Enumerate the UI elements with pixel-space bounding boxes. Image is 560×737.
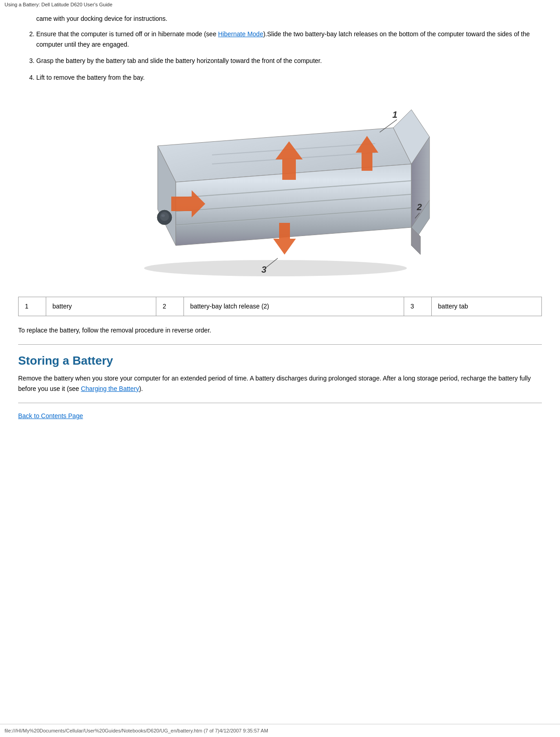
back-to-contents-link[interactable]: Back to Contents Page [18,412,542,419]
table-cell-num3: 3 [404,297,432,316]
table-cell-num1: 1 [19,297,46,316]
list-item-3-text: Grasp the battery by the battery tab and… [36,57,322,64]
list-item-4-text: Lift to remove the battery from the bay. [36,74,145,81]
battery-illustration: 1 2 3 [121,92,439,286]
storing-section-text: Remove the battery when you store your c… [18,373,542,394]
svg-text:3: 3 [261,265,266,275]
storing-section-heading: Storing a Battery [18,354,542,368]
table-cell-num2: 2 [156,297,183,316]
page-title-bar: Using a Battery: Dell Latitude D620 User… [0,0,560,9]
section-divider-1 [18,344,542,345]
charging-battery-link[interactable]: Charging the Battery [81,385,139,392]
table-cell-label2: battery-bay latch release (2) [183,297,404,316]
table-cell-label3: battery tab [431,297,541,316]
battery-image-container: 1 2 3 [18,92,542,288]
hibernate-mode-link[interactable]: Hibernate Mode [218,30,263,38]
svg-text:1: 1 [392,110,397,120]
svg-point-16 [161,214,165,217]
footer-text: file:///HI/My%20Documents/Cellular/User%… [5,728,268,733]
table-cell-label1: battery [46,297,156,316]
section-divider-2 [18,403,542,403]
list-item-3: Grasp the battery by the battery tab and… [36,56,542,66]
list-item-2-text-before: Ensure that the computer is turned off o… [36,30,218,38]
replace-text: To replace the battery, follow the remov… [18,325,542,335]
parts-table: 1 battery 2 battery-bay latch release (2… [18,297,542,316]
table-row: 1 battery 2 battery-bay latch release (2… [19,297,542,316]
svg-point-15 [160,212,169,221]
steps-list: Ensure that the computer is turned off o… [27,29,542,82]
list-item-2: Ensure that the computer is turned off o… [36,29,542,49]
svg-point-0 [144,260,407,276]
intro-paragraph: came with your docking device for instru… [36,14,542,24]
page-title: Using a Battery: Dell Latitude D620 User… [5,2,112,7]
footer-bar: file:///HI/My%20Documents/Cellular/User%… [0,724,560,737]
svg-text:2: 2 [416,202,422,212]
list-item-4: Lift to remove the battery from the bay. [36,72,542,82]
